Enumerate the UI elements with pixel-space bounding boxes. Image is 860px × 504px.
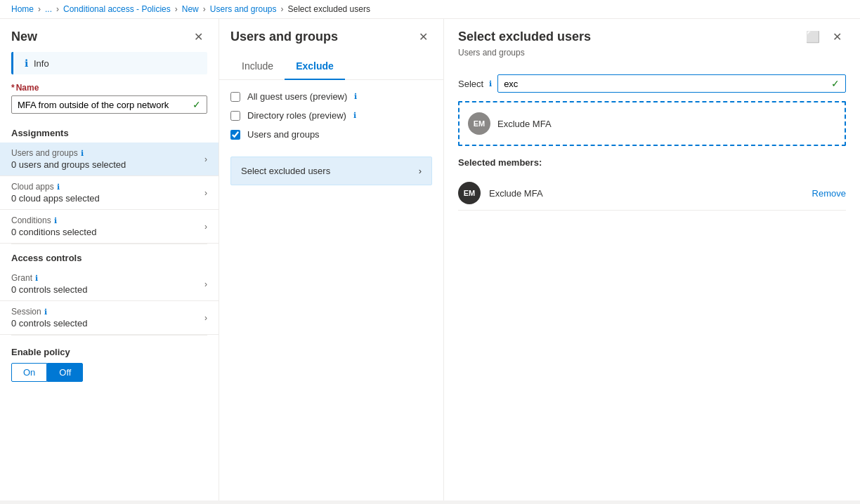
- search-result-name: Exclude MFA: [497, 119, 552, 129]
- name-label: *Name: [11, 83, 207, 93]
- left-panel-title: New: [11, 29, 37, 44]
- right-panel: Select excluded users ⬜ ✕ Users and grou…: [444, 19, 860, 500]
- all-guest-users-checkbox[interactable]: [230, 92, 240, 102]
- breadcrumb-current: Select excluded users: [288, 4, 370, 14]
- nav-users-groups[interactable]: Users and groups ℹ 0 users and groups se…: [0, 142, 219, 176]
- middle-panel: Users and groups ✕ Include Exclude All g…: [219, 19, 444, 500]
- directory-roles-info-icon[interactable]: ℹ: [353, 111, 356, 120]
- right-panel-header: Select excluded users ⬜ ✕: [444, 19, 860, 48]
- name-input-wrap: ✓: [11, 95, 207, 114]
- select-row: Select ℹ ✓: [444, 66, 860, 101]
- users-groups-info-icon[interactable]: ℹ: [81, 149, 84, 158]
- nav-cloud-apps[interactable]: Cloud apps ℹ 0 cloud apps selected ›: [0, 176, 219, 210]
- breadcrumb-new[interactable]: New: [182, 4, 199, 14]
- session-chevron-icon: ›: [204, 313, 207, 323]
- search-result-avatar: EM: [468, 112, 490, 135]
- cloud-apps-info-icon[interactable]: ℹ: [57, 183, 60, 192]
- cloud-apps-chevron-icon: ›: [204, 188, 207, 198]
- checkbox-directory-roles[interactable]: Directory roles (preview) ℹ: [230, 110, 432, 121]
- middle-panel-title: Users and groups: [230, 29, 338, 44]
- directory-roles-checkbox[interactable]: [230, 111, 240, 121]
- enable-policy-section: Enable policy On Off: [0, 336, 219, 393]
- remove-member-button[interactable]: Remove: [812, 188, 846, 199]
- breadcrumb-tenant[interactable]: ...: [45, 4, 52, 14]
- select-input-wrap: ✓: [497, 74, 846, 93]
- search-valid-icon: ✓: [831, 78, 840, 89]
- selected-members-title: Selected members:: [458, 157, 846, 168]
- breadcrumb-home[interactable]: Home: [11, 4, 34, 14]
- info-icon: ℹ: [25, 58, 28, 69]
- left-panel: New ✕ ℹ Info *Name ✓ Assignments Users a…: [0, 19, 219, 500]
- search-results-area: EM Exclude MFA: [458, 101, 846, 146]
- right-panel-actions: ⬜ ✕: [802, 29, 846, 45]
- checkbox-all-guest-users[interactable]: All guest users (preview) ℹ: [230, 91, 432, 102]
- middle-panel-header: Users and groups ✕: [219, 19, 443, 52]
- access-controls-heading: Access controls: [0, 244, 219, 267]
- right-panel-subtitle: Users and groups: [444, 48, 860, 66]
- selected-members-section: Selected members: EM Exclude MFA Remove: [444, 146, 860, 222]
- name-section: *Name ✓: [0, 83, 219, 119]
- grant-chevron-icon: ›: [204, 279, 207, 289]
- grant-info-icon[interactable]: ℹ: [35, 274, 38, 283]
- users-and-groups-checkbox[interactable]: [230, 130, 240, 140]
- search-result-item[interactable]: EM Exclude MFA: [465, 108, 839, 139]
- nav-conditions[interactable]: Conditions ℹ 0 conditions selected ›: [0, 210, 219, 244]
- right-panel-title: Select excluded users: [458, 29, 591, 44]
- breadcrumb: Home › ... › Conditional access - Polici…: [0, 0, 860, 19]
- member-avatar: EM: [458, 182, 481, 204]
- tab-include[interactable]: Include: [230, 52, 285, 80]
- breadcrumb-conditional-access[interactable]: Conditional access - Policies: [63, 4, 171, 14]
- breadcrumb-users-groups[interactable]: Users and groups: [210, 4, 277, 14]
- all-guest-info-icon[interactable]: ℹ: [354, 92, 357, 101]
- conditions-chevron-icon: ›: [204, 222, 207, 232]
- toggle-on-button[interactable]: On: [11, 363, 47, 382]
- assignments-heading: Assignments: [0, 119, 219, 142]
- name-input[interactable]: [18, 100, 193, 110]
- nav-grant[interactable]: Grant ℹ 0 controls selected ›: [0, 267, 219, 301]
- name-valid-icon: ✓: [193, 99, 201, 110]
- tab-row: Include Exclude: [219, 52, 443, 80]
- right-panel-close-button[interactable]: ✕: [828, 29, 846, 45]
- select-field-label: Select: [458, 79, 483, 89]
- middle-panel-close-button[interactable]: ✕: [415, 29, 432, 45]
- conditions-info-icon[interactable]: ℹ: [54, 216, 57, 225]
- left-panel-header: New ✕: [0, 19, 219, 52]
- select-info-icon[interactable]: ℹ: [489, 79, 492, 88]
- checkbox-users-and-groups[interactable]: Users and groups: [230, 129, 432, 140]
- checkbox-list: All guest users (preview) ℹ Directory ro…: [219, 80, 443, 151]
- left-panel-close-button[interactable]: ✕: [190, 29, 207, 45]
- nav-session[interactable]: Session ℹ 0 controls selected ›: [0, 301, 219, 335]
- info-banner: ℹ Info: [11, 52, 207, 74]
- select-excluded-users-button[interactable]: Select excluded users ›: [230, 157, 432, 185]
- enable-policy-toggle: On Off: [11, 363, 207, 382]
- member-name: Exclude MFA: [489, 188, 804, 199]
- toggle-off-button[interactable]: Off: [47, 363, 83, 382]
- users-groups-chevron-icon: ›: [204, 154, 207, 164]
- maximize-button[interactable]: ⬜: [802, 29, 824, 45]
- info-text: Info: [34, 58, 49, 69]
- select-users-chevron-icon: ›: [419, 166, 422, 176]
- member-row: EM Exclude MFA Remove: [458, 176, 846, 211]
- session-info-icon[interactable]: ℹ: [44, 307, 47, 317]
- enable-policy-label: Enable policy: [11, 347, 207, 357]
- search-input[interactable]: [504, 79, 831, 89]
- tab-exclude[interactable]: Exclude: [285, 52, 345, 80]
